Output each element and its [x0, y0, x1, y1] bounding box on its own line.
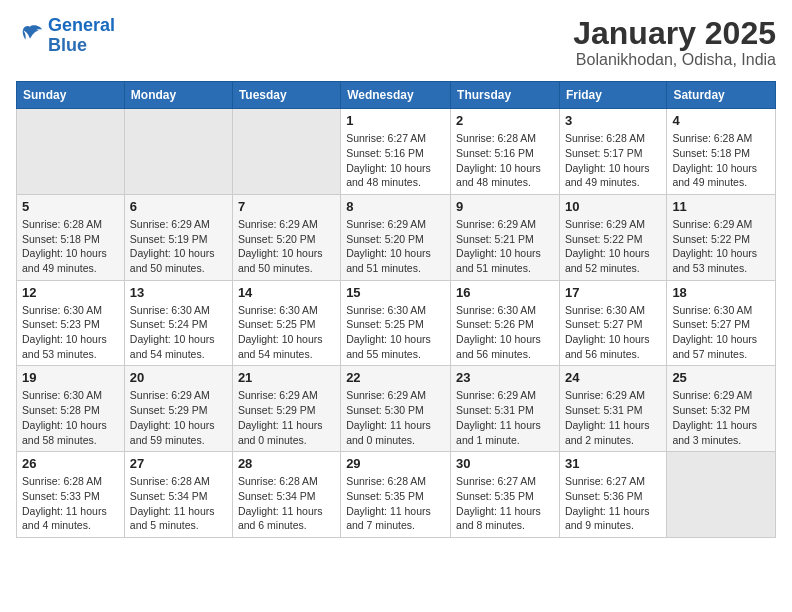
day-info: Sunrise: 6:29 AM Sunset: 5:22 PM Dayligh… — [565, 217, 661, 276]
day-info: Sunrise: 6:28 AM Sunset: 5:34 PM Dayligh… — [238, 474, 335, 533]
table-row: 10Sunrise: 6:29 AM Sunset: 5:22 PM Dayli… — [559, 194, 666, 280]
day-info: Sunrise: 6:30 AM Sunset: 5:24 PM Dayligh… — [130, 303, 227, 362]
day-number: 28 — [238, 456, 335, 471]
table-row: 6Sunrise: 6:29 AM Sunset: 5:19 PM Daylig… — [124, 194, 232, 280]
day-number: 26 — [22, 456, 119, 471]
table-row: 2Sunrise: 6:28 AM Sunset: 5:16 PM Daylig… — [451, 109, 560, 195]
table-row: 14Sunrise: 6:30 AM Sunset: 5:25 PM Dayli… — [232, 280, 340, 366]
day-info: Sunrise: 6:29 AM Sunset: 5:31 PM Dayligh… — [456, 388, 554, 447]
day-number: 30 — [456, 456, 554, 471]
day-info: Sunrise: 6:30 AM Sunset: 5:25 PM Dayligh… — [346, 303, 445, 362]
table-row: 20Sunrise: 6:29 AM Sunset: 5:29 PM Dayli… — [124, 366, 232, 452]
day-info: Sunrise: 6:28 AM Sunset: 5:34 PM Dayligh… — [130, 474, 227, 533]
day-info: Sunrise: 6:29 AM Sunset: 5:29 PM Dayligh… — [130, 388, 227, 447]
day-number: 2 — [456, 113, 554, 128]
day-number: 9 — [456, 199, 554, 214]
day-number: 24 — [565, 370, 661, 385]
day-number: 12 — [22, 285, 119, 300]
table-row: 28Sunrise: 6:28 AM Sunset: 5:34 PM Dayli… — [232, 452, 340, 538]
table-row — [232, 109, 340, 195]
month-title: January 2025 — [573, 16, 776, 51]
day-number: 3 — [565, 113, 661, 128]
table-row: 25Sunrise: 6:29 AM Sunset: 5:32 PM Dayli… — [667, 366, 776, 452]
day-info: Sunrise: 6:28 AM Sunset: 5:18 PM Dayligh… — [672, 131, 770, 190]
day-info: Sunrise: 6:30 AM Sunset: 5:26 PM Dayligh… — [456, 303, 554, 362]
day-number: 27 — [130, 456, 227, 471]
title-block: January 2025 Bolanikhodan, Odisha, India — [573, 16, 776, 69]
logo-icon — [16, 22, 44, 50]
day-info: Sunrise: 6:27 AM Sunset: 5:16 PM Dayligh… — [346, 131, 445, 190]
logo: General Blue — [16, 16, 115, 56]
table-row: 17Sunrise: 6:30 AM Sunset: 5:27 PM Dayli… — [559, 280, 666, 366]
day-number: 14 — [238, 285, 335, 300]
day-info: Sunrise: 6:28 AM Sunset: 5:16 PM Dayligh… — [456, 131, 554, 190]
day-number: 15 — [346, 285, 445, 300]
day-info: Sunrise: 6:29 AM Sunset: 5:19 PM Dayligh… — [130, 217, 227, 276]
logo-text-line1: General — [48, 16, 115, 36]
table-row: 12Sunrise: 6:30 AM Sunset: 5:23 PM Dayli… — [17, 280, 125, 366]
day-info: Sunrise: 6:28 AM Sunset: 5:35 PM Dayligh… — [346, 474, 445, 533]
table-row: 3Sunrise: 6:28 AM Sunset: 5:17 PM Daylig… — [559, 109, 666, 195]
table-row: 8Sunrise: 6:29 AM Sunset: 5:20 PM Daylig… — [341, 194, 451, 280]
day-info: Sunrise: 6:30 AM Sunset: 5:28 PM Dayligh… — [22, 388, 119, 447]
header-wednesday: Wednesday — [341, 82, 451, 109]
day-info: Sunrise: 6:28 AM Sunset: 5:17 PM Dayligh… — [565, 131, 661, 190]
table-row: 18Sunrise: 6:30 AM Sunset: 5:27 PM Dayli… — [667, 280, 776, 366]
day-info: Sunrise: 6:30 AM Sunset: 5:25 PM Dayligh… — [238, 303, 335, 362]
table-row: 9Sunrise: 6:29 AM Sunset: 5:21 PM Daylig… — [451, 194, 560, 280]
day-number: 16 — [456, 285, 554, 300]
calendar-week-row: 19Sunrise: 6:30 AM Sunset: 5:28 PM Dayli… — [17, 366, 776, 452]
day-number: 13 — [130, 285, 227, 300]
table-row: 16Sunrise: 6:30 AM Sunset: 5:26 PM Dayli… — [451, 280, 560, 366]
day-number: 10 — [565, 199, 661, 214]
table-row: 1Sunrise: 6:27 AM Sunset: 5:16 PM Daylig… — [341, 109, 451, 195]
header-thursday: Thursday — [451, 82, 560, 109]
day-number: 11 — [672, 199, 770, 214]
day-info: Sunrise: 6:27 AM Sunset: 5:36 PM Dayligh… — [565, 474, 661, 533]
table-row: 27Sunrise: 6:28 AM Sunset: 5:34 PM Dayli… — [124, 452, 232, 538]
page-header: General Blue January 2025 Bolanikhodan, … — [16, 16, 776, 69]
table-row: 24Sunrise: 6:29 AM Sunset: 5:31 PM Dayli… — [559, 366, 666, 452]
day-info: Sunrise: 6:29 AM Sunset: 5:32 PM Dayligh… — [672, 388, 770, 447]
day-number: 20 — [130, 370, 227, 385]
table-row: 19Sunrise: 6:30 AM Sunset: 5:28 PM Dayli… — [17, 366, 125, 452]
day-number: 23 — [456, 370, 554, 385]
calendar-table: Sunday Monday Tuesday Wednesday Thursday… — [16, 81, 776, 538]
calendar-week-row: 5Sunrise: 6:28 AM Sunset: 5:18 PM Daylig… — [17, 194, 776, 280]
table-row: 15Sunrise: 6:30 AM Sunset: 5:25 PM Dayli… — [341, 280, 451, 366]
table-row: 7Sunrise: 6:29 AM Sunset: 5:20 PM Daylig… — [232, 194, 340, 280]
day-number: 18 — [672, 285, 770, 300]
day-number: 17 — [565, 285, 661, 300]
day-number: 5 — [22, 199, 119, 214]
day-number: 8 — [346, 199, 445, 214]
day-info: Sunrise: 6:29 AM Sunset: 5:31 PM Dayligh… — [565, 388, 661, 447]
day-info: Sunrise: 6:28 AM Sunset: 5:18 PM Dayligh… — [22, 217, 119, 276]
day-number: 1 — [346, 113, 445, 128]
day-number: 4 — [672, 113, 770, 128]
table-row: 23Sunrise: 6:29 AM Sunset: 5:31 PM Dayli… — [451, 366, 560, 452]
day-number: 25 — [672, 370, 770, 385]
calendar-week-row: 1Sunrise: 6:27 AM Sunset: 5:16 PM Daylig… — [17, 109, 776, 195]
day-number: 31 — [565, 456, 661, 471]
day-info: Sunrise: 6:30 AM Sunset: 5:27 PM Dayligh… — [565, 303, 661, 362]
table-row: 21Sunrise: 6:29 AM Sunset: 5:29 PM Dayli… — [232, 366, 340, 452]
logo-text-line2: Blue — [48, 36, 115, 56]
weekday-header-row: Sunday Monday Tuesday Wednesday Thursday… — [17, 82, 776, 109]
day-info: Sunrise: 6:30 AM Sunset: 5:23 PM Dayligh… — [22, 303, 119, 362]
table-row: 30Sunrise: 6:27 AM Sunset: 5:35 PM Dayli… — [451, 452, 560, 538]
day-info: Sunrise: 6:29 AM Sunset: 5:29 PM Dayligh… — [238, 388, 335, 447]
header-sunday: Sunday — [17, 82, 125, 109]
calendar-week-row: 26Sunrise: 6:28 AM Sunset: 5:33 PM Dayli… — [17, 452, 776, 538]
day-info: Sunrise: 6:29 AM Sunset: 5:21 PM Dayligh… — [456, 217, 554, 276]
table-row: 22Sunrise: 6:29 AM Sunset: 5:30 PM Dayli… — [341, 366, 451, 452]
day-info: Sunrise: 6:29 AM Sunset: 5:20 PM Dayligh… — [238, 217, 335, 276]
day-number: 22 — [346, 370, 445, 385]
day-info: Sunrise: 6:27 AM Sunset: 5:35 PM Dayligh… — [456, 474, 554, 533]
table-row: 4Sunrise: 6:28 AM Sunset: 5:18 PM Daylig… — [667, 109, 776, 195]
calendar-week-row: 12Sunrise: 6:30 AM Sunset: 5:23 PM Dayli… — [17, 280, 776, 366]
day-info: Sunrise: 6:29 AM Sunset: 5:30 PM Dayligh… — [346, 388, 445, 447]
table-row — [667, 452, 776, 538]
day-number: 29 — [346, 456, 445, 471]
day-number: 6 — [130, 199, 227, 214]
day-number: 7 — [238, 199, 335, 214]
